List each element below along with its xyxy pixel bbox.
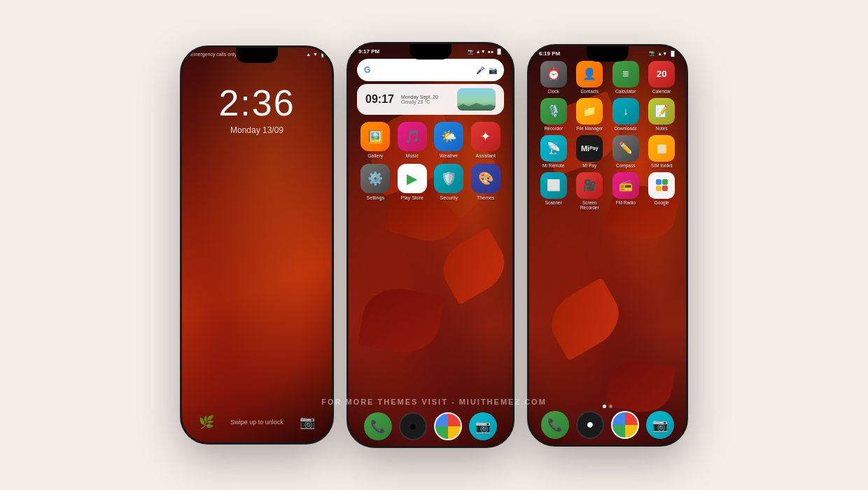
home-battery-icon: ▐▌ xyxy=(496,49,503,54)
app-music[interactable]: 🎵 Music xyxy=(397,122,428,158)
home-app-grid: 🖼️ Gallery 🎵 Music 🌤️ Weather ✦ Assistan… xyxy=(349,119,512,203)
home-wifi-icon: ●● xyxy=(488,49,493,54)
calculator-icon: ≡ xyxy=(612,61,639,88)
clock-label: Clock xyxy=(548,89,559,94)
clock-icon: ⏰ xyxy=(540,61,567,88)
drawer-app-scanner[interactable]: ⬜ Scanner xyxy=(538,172,570,210)
drawer-app-clock[interactable]: ⏰ Clock xyxy=(538,61,570,94)
home-camera-icon: 📷 xyxy=(468,49,474,55)
drawer-dock-bbm[interactable]: ● xyxy=(576,411,604,439)
home-status-time: 9:17 PM xyxy=(358,48,379,55)
phones-container: FOR MORE THEMES VISIT - MIUITHEMEZ.COM E… xyxy=(180,42,688,448)
lock-bottom: 🌿 Swipe up to unlock 📷 xyxy=(182,414,332,430)
google-label: Google xyxy=(654,200,669,205)
compass-icon: ✏️ xyxy=(612,135,639,162)
notes-label: Notes xyxy=(656,126,668,131)
leaf-3 xyxy=(433,228,514,305)
drawer-app-calculator[interactable]: ≡ Calculator xyxy=(610,61,642,94)
app-settings[interactable]: ⚙️ Settings xyxy=(360,164,391,200)
filemanager-icon: 📁 xyxy=(576,98,603,125)
lock-torch-icon[interactable]: 🌿 xyxy=(199,414,214,430)
drawer-app-fmradio[interactable]: 📻 FM Radio xyxy=(610,172,642,210)
app-security[interactable]: 🛡️ Security xyxy=(433,164,465,200)
drawer-camera-icon: 📷 xyxy=(649,50,655,56)
screenrecorder-icon: 🎥 xyxy=(576,172,603,199)
dock-bbm[interactable]: ● xyxy=(399,412,427,440)
dock-chrome[interactable] xyxy=(434,412,462,440)
mipay-label: Mi Pay xyxy=(582,163,596,168)
recorder-icon: 🎙️ xyxy=(540,98,567,125)
filemanager-label: File Manager xyxy=(576,126,603,131)
app-assistant[interactable]: ✦ Assistant xyxy=(470,122,502,158)
app-themes[interactable]: 🎨 Themes xyxy=(470,164,502,200)
simtoolkit-icon: ▦ xyxy=(648,135,675,162)
assistant-label: Assistant xyxy=(476,153,496,158)
drawer-app-filemanager[interactable]: 📁 File Manager xyxy=(574,98,606,131)
mipay-icon: MiPay xyxy=(576,135,603,162)
security-icon: 🛡️ xyxy=(434,164,463,193)
app-playstore[interactable]: ▶ Play Store xyxy=(397,164,428,200)
drawer-app-contacts[interactable]: 👤 Contacts xyxy=(574,61,606,94)
gallery-label: Gallery xyxy=(368,153,383,158)
drawer-status-time: 6:19 PM xyxy=(539,50,560,57)
contacts-icon: 👤 xyxy=(576,61,603,88)
drawer-app-simtoolkit[interactable]: ▦ SIM toolkit xyxy=(646,135,678,168)
dock-phone[interactable]: 📞 xyxy=(364,412,392,440)
page-dots xyxy=(603,405,612,408)
search-bar[interactable]: G 🎤 📷 xyxy=(357,59,504,81)
playstore-label: Play Store xyxy=(401,195,424,200)
time-weather-widget: 09:17 Monday Sept. 20 Cloudy 23 °C xyxy=(357,84,504,115)
notch-lock xyxy=(236,48,278,63)
lock-time: 2:36 xyxy=(218,85,295,121)
mic-icon[interactable]: 🎤 xyxy=(476,66,484,74)
scanner-label: Scanner xyxy=(545,200,562,205)
music-icon: 🎵 xyxy=(398,122,427,151)
home-signal-icon: ▲▼ xyxy=(476,49,486,54)
lock-status-text: Emergency calls only xyxy=(190,52,237,57)
drawer-app-recorder[interactable]: 🎙️ Recorder xyxy=(538,98,570,131)
search-bar-icons: 🎤 📷 xyxy=(476,66,497,74)
drawer-status-right: 📷 ▲▼ ▐▌ xyxy=(649,50,676,56)
drawer-dock-camera[interactable]: 📷 xyxy=(646,411,674,439)
lock-signal-icon: ▲ xyxy=(306,52,311,57)
phone-home: 9:17 PM 📷 ▲▼ ●● ▐▌ G 🎤 📷 09:17 xyxy=(346,42,514,448)
home-status-right: 📷 ▲▼ ●● ▐▌ xyxy=(468,49,503,55)
widget-date-weather: Monday Sept. 20 Cloudy 23 °C xyxy=(401,94,438,104)
fmradio-icon: 📻 xyxy=(612,172,639,199)
drawer-app-downloads[interactable]: ↓ Downloads xyxy=(610,98,642,131)
drawer-dock-phone[interactable]: 📞 xyxy=(541,411,569,439)
dock-camera[interactable]: 📷 xyxy=(469,412,497,440)
google-icon xyxy=(648,172,675,199)
recorder-label: Recorder xyxy=(544,126,563,131)
playstore-icon: ▶ xyxy=(398,164,427,193)
drawer-app-mipay[interactable]: MiPay Mi Pay xyxy=(574,135,606,168)
security-label: Security xyxy=(440,195,458,200)
drawer-app-calendar[interactable]: 20 Calendar xyxy=(646,61,678,94)
drawer-dock-chrome[interactable] xyxy=(611,411,639,439)
assistant-icon: ✦ xyxy=(471,122,500,151)
lock-swipe-text: Swipe up to unlock xyxy=(230,419,284,426)
fmradio-label: FM Radio xyxy=(616,200,636,205)
drawer-app-miremote[interactable]: 📡 Mi Remote xyxy=(538,135,570,168)
lock-screen: Emergency calls only ▲ ▼ ▐ 2:36 Monday 1… xyxy=(182,48,332,442)
drawer-app-notes[interactable]: 📝 Notes xyxy=(646,98,678,131)
calendar-icon: 20 xyxy=(648,61,675,88)
downloads-label: Downloads xyxy=(615,126,637,131)
drawer-app-google[interactable]: Google xyxy=(646,172,678,210)
drawer-app-screenrecorder[interactable]: 🎥 Screen Recorder xyxy=(574,172,606,210)
notch-home xyxy=(410,44,451,59)
drawer-app-compass[interactable]: ✏️ Compass xyxy=(610,135,642,168)
music-label: Music xyxy=(406,153,419,158)
settings-icon: ⚙️ xyxy=(360,164,390,193)
phone-lock: Emergency calls only ▲ ▼ ▐ 2:36 Monday 1… xyxy=(180,46,334,444)
miremote-label: Mi Remote xyxy=(542,163,564,168)
gallery-icon: 🖼️ xyxy=(360,122,390,151)
lens-icon[interactable]: 📷 xyxy=(489,66,497,74)
app-weather[interactable]: 🌤️ Weather xyxy=(433,122,465,158)
widget-weather: Cloudy 23 °C xyxy=(401,99,438,104)
drawer-leaf-4 xyxy=(605,356,676,416)
lock-camera-icon[interactable]: 📷 xyxy=(300,414,315,430)
weather-label: Weather xyxy=(440,153,458,158)
app-gallery[interactable]: 🖼️ Gallery xyxy=(360,122,391,158)
drawer-screen: 6:19 PM 📷 ▲▼ ▐▌ ⏰ Clock 👤 Contacts xyxy=(529,46,686,444)
